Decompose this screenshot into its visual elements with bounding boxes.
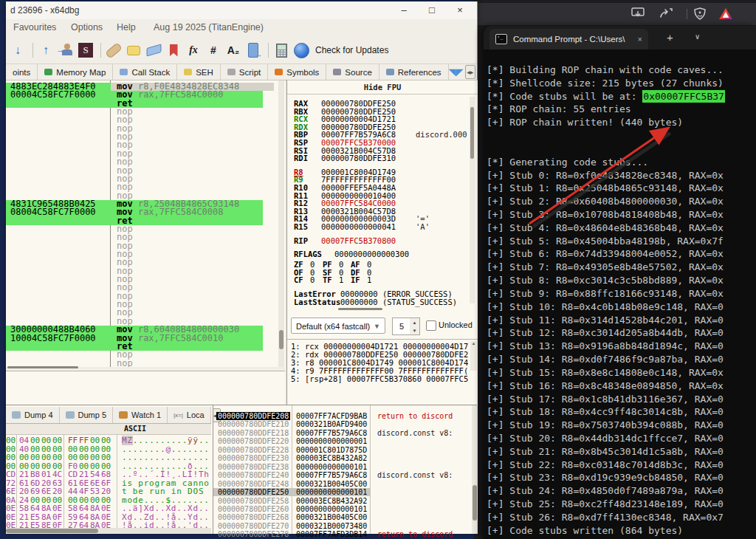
disasm-row[interactable]: nop: [6, 158, 285, 166]
hex-dump[interactable]: 0004000000FFFF0000MZ..........ÿÿ..004000…: [6, 435, 211, 528]
disasm-row[interactable]: nop: [6, 150, 285, 158]
maximize-button[interactable]: □: [418, 2, 446, 18]
disasm-row[interactable]: nop: [6, 225, 285, 233]
check-for-updates-label[interactable]: Check for Updates: [315, 45, 388, 55]
stack-pane[interactable]: 000000780DDFE20800007FF7ACFD9BABreturn t…: [213, 405, 478, 534]
stack-row[interactable]: 000000780DDFE230000003EC8B432A82: [213, 454, 478, 462]
labels-icon[interactable]: [145, 41, 162, 59]
register-value[interactable]: 0000000000000300: [334, 250, 409, 258]
disasm-row[interactable]: nop: [6, 175, 285, 183]
disasm-row[interactable]: nop: [6, 183, 285, 191]
share-icon[interactable]: [659, 7, 675, 21]
hide-fpu-button[interactable]: Hide FPU: [287, 80, 478, 95]
tab-loca[interactable]: |x=|Loca: [168, 407, 211, 423]
disasm-row[interactable]: nop: [6, 309, 285, 317]
tab-dump-5[interactable]: Dump 5: [60, 407, 114, 423]
disasm-row[interactable]: nop: [6, 116, 285, 124]
stack-row[interactable]: 000000780DDFE20800007FF7ACFD9BABreturn t…: [213, 412, 478, 420]
register-value[interactable]: 0000000000000041: [321, 223, 396, 231]
disasm-row[interactable]: nop: [6, 141, 285, 149]
tab-seh[interactable]: SEH: [177, 64, 221, 80]
stack-row[interactable]: 000000780DDFE21800007FF7B579A6C8discord.…: [213, 429, 478, 437]
register-row[interactable]: RFLAGS0000000000000300: [287, 250, 478, 258]
register-value[interactable]: 000000780DDFE310: [321, 154, 396, 162]
patch-icon[interactable]: [105, 41, 123, 59]
source-device-icon[interactable]: [244, 41, 262, 59]
disasm-row[interactable]: ret: [6, 100, 285, 108]
tab-references[interactable]: References: [379, 64, 449, 80]
tab-watch-1[interactable]: Watch 1: [113, 407, 168, 423]
register-value[interactable]: 00007FFC5B370800: [321, 237, 396, 245]
disasm-row[interactable]: 08004C58FC7F0000mov rax,7FFC584C0008: [6, 208, 285, 216]
disasm-row[interactable]: nop: [6, 133, 285, 141]
stack-row[interactable]: 000000780DDFE2700000321B00073480: [213, 522, 478, 530]
stack-row[interactable]: 000000780DDFE2100000321B0AFD9400: [213, 420, 478, 428]
disasm-row[interactable]: nop: [6, 292, 285, 301]
pane-splitter[interactable]: [7, 366, 78, 368]
flags-row[interactable]: ZF0PF0AF0: [287, 261, 478, 269]
registers-scrollbar[interactable]: [470, 97, 475, 303]
disasm-row[interactable]: nop: [6, 233, 285, 241]
new-tab-button[interactable]: +: [667, 31, 673, 44]
shield-icon[interactable]: [693, 7, 709, 21]
disasm-row[interactable]: 10004C58FC7F0000mov rax,7FFC584C0010: [6, 334, 285, 343]
tab-dump-4[interactable]: Dump 4: [6, 407, 60, 423]
snowman-logo-icon[interactable]: S: [77, 41, 94, 59]
disassembly-pane[interactable]: 4883EC284883E4F0mov r8,F0E4834828EC83480…: [6, 80, 285, 367]
disasm-row[interactable]: nop: [6, 167, 285, 175]
stack-row[interactable]: 000000780DDFE2200000000000000001: [213, 437, 478, 445]
calculator-icon[interactable]: [272, 41, 290, 59]
menu-item-favourites[interactable]: Favourites: [13, 22, 56, 32]
stack-row[interactable]: 000000780DDFE2500000000000000101: [213, 488, 478, 496]
argument-row[interactable]: 5: [rsp+28] 00007FFC5B370860 00007FFC5: [291, 375, 468, 383]
close-button[interactable]: ×: [446, 2, 474, 18]
tab-call-stack[interactable]: Call Stack: [113, 64, 177, 80]
disasm-row[interactable]: nop: [6, 284, 285, 292]
stack-row[interactable]: 000000780DDFE258000003EC8B432A92: [213, 497, 478, 505]
disasm-row[interactable]: ret: [6, 343, 285, 351]
brave-triangle-icon[interactable]: [718, 7, 734, 21]
disasm-row[interactable]: nop: [6, 267, 285, 275]
tab-overflow-arrows[interactable]: ◀▶: [465, 65, 475, 79]
tab-oints[interactable]: oints: [6, 64, 38, 80]
hash-icon[interactable]: #: [205, 41, 222, 59]
tab-script[interactable]: Script: [221, 64, 268, 80]
font-a2-icon[interactable]: A₂: [224, 41, 242, 59]
dump-row[interactable]: 0E21E58E0F27648A0E!å..id..!å..'d..: [6, 521, 211, 528]
register-row[interactable]: RDI000000780DDFE310: [287, 154, 478, 162]
menu-item-aug-19-2025-titanengine[interactable]: Aug 19 2025 (TitanEngine): [154, 22, 264, 32]
stack-row[interactable]: 000000780DDFE2380000000000000101: [213, 463, 478, 471]
disasm-row[interactable]: 00004C58FC7F0000mov rax,7FFC584C0000: [6, 91, 285, 99]
comments-icon[interactable]: [125, 41, 142, 59]
bookmark-icon[interactable]: [165, 41, 182, 59]
step-down-arrow-icon[interactable]: ↓: [9, 41, 27, 59]
registers-splitter[interactable]: [338, 308, 382, 310]
tab-symbols[interactable]: Symbols: [268, 64, 326, 80]
register-row[interactable]: R150000000000000041'A': [287, 223, 478, 231]
register-row[interactable]: RIP00007FFC5B370800: [287, 237, 478, 245]
run-to-user-icon[interactable]: →: [57, 41, 75, 59]
disasm-row[interactable]: nop: [6, 125, 285, 133]
stack-row[interactable]: 000000780DDFE2600000000000000101: [213, 505, 478, 513]
stack-row[interactable]: 000000780DDFE24000007FF7B579A6C8discord.…: [213, 471, 478, 479]
stack-row[interactable]: 000000780DDFE228000001C801D7875D: [213, 446, 478, 454]
tab-dropdown-icon[interactable]: ∨: [695, 32, 700, 41]
dump-horizontal-scrollbar[interactable]: [6, 528, 211, 534]
stack-row[interactable]: 000000780DDFE2480000321B00405C00: [213, 480, 478, 488]
terminal-tab[interactable]: Command Prompt - C:\Users\ ×: [489, 29, 648, 49]
arguments-scrollbar[interactable]: ▲: [470, 341, 477, 371]
stepper-arrows[interactable]: ▲▼: [410, 317, 420, 335]
flags-row[interactable]: CF0TF1IF1: [287, 276, 478, 284]
screen-share-icon[interactable]: [630, 7, 647, 21]
disasm-row[interactable]: nop: [6, 275, 285, 284]
disasm-row[interactable]: nop: [6, 108, 285, 116]
step-up-arrow-icon[interactable]: ↑: [37, 41, 55, 59]
function-fx-icon[interactable]: fx: [185, 41, 202, 59]
flags-row[interactable]: OF0SF0DF0: [287, 269, 478, 277]
stack-row[interactable]: 000000780DDFE27800007FF7AFD3DB14return t…: [213, 530, 478, 538]
disasm-row[interactable]: nop: [6, 258, 285, 267]
stack-row[interactable]: 000000780DDFE2680000321B00405C00: [213, 513, 478, 521]
disasm-row[interactable]: nop: [6, 351, 285, 359]
disasm-row[interactable]: nop: [6, 301, 285, 309]
disasm-row[interactable]: nop: [6, 242, 285, 250]
